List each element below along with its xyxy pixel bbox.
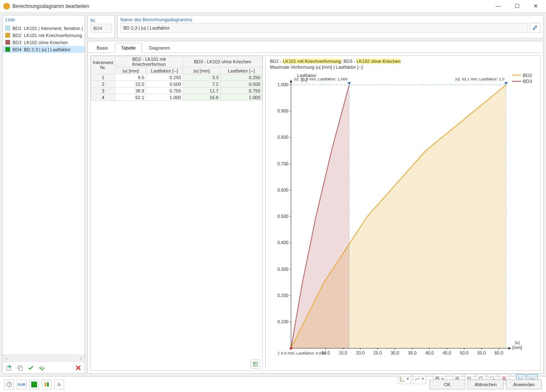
window-title: Berechnungsdiagramm bearbeiten xyxy=(12,3,489,9)
tab-body: Inkrement Nr. BD2 - LK101 mit Kriechverf… xyxy=(88,53,543,373)
svg-rect-5 xyxy=(253,362,257,366)
name-input[interactable]: BD 2,3 | |u| | Lastfaktor xyxy=(120,23,528,33)
svg-marker-7 xyxy=(291,85,349,348)
nr-value: BD4 xyxy=(90,24,112,33)
svg-rect-4 xyxy=(19,367,22,370)
table-row[interactable]: 338.90.75011.70.750 xyxy=(91,87,262,94)
check-button[interactable] xyxy=(26,363,35,372)
svg-rect-83 xyxy=(47,382,49,387)
svg-text:BD3: BD3 xyxy=(523,79,532,84)
right-pane: Nr. BD4 Name des Berechnungsdiagramms BD… xyxy=(87,15,544,374)
svg-text:60.0: 60.0 xyxy=(494,350,503,355)
list-item-id: BD1 xyxy=(12,26,21,31)
tab-tabelle[interactable]: Tabelle xyxy=(115,43,142,53)
list-item-id: BD3 xyxy=(12,40,21,45)
maximize-button[interactable]: ☐ xyxy=(508,0,526,12)
list-item[interactable]: BD4BD 2,3 | |u| | Lastfaktor xyxy=(3,46,85,53)
color-swatch-button[interactable] xyxy=(29,380,39,390)
cancel-button[interactable]: Abbrechen xyxy=(468,380,504,390)
svg-marker-57 xyxy=(347,82,351,85)
list-item[interactable]: BD2LK101 mit Kriechverformung xyxy=(3,32,85,39)
table-row[interactable]: 462.11.00016.81.000 xyxy=(91,94,262,101)
col-u-bd2[interactable]: |u| [mm] xyxy=(115,67,146,74)
data-table[interactable]: Inkrement Nr. BD2 - LK101 mit Kriechverf… xyxy=(91,56,262,101)
edit-name-button[interactable] xyxy=(530,23,541,33)
main-panel: Basis Tabelle Diagramm Inkrement Nr. BD2… xyxy=(87,41,544,374)
list-item-label: BD 2,3 | |u| | Lastfaktor xyxy=(24,47,70,52)
svg-text:BD2: BD2 xyxy=(523,73,532,78)
chart-title: BD2 - LK101 mit Kriechverformung, BD3 - … xyxy=(266,56,540,70)
svg-marker-58 xyxy=(504,82,508,85)
tab-diagramm[interactable]: Diagramm xyxy=(143,43,177,52)
svg-text:0.700: 0.700 xyxy=(277,161,288,166)
svg-text:30.0: 30.0 xyxy=(391,350,399,355)
col-lf-bd2[interactable]: Lastfaktor [--] xyxy=(146,67,183,74)
svg-text:50.0: 50.0 xyxy=(460,350,469,355)
list-item-label: LK101 | Inkrement, Iteration | xyxy=(24,26,82,31)
col-group-bd3[interactable]: BD3 - LK102 ohne Kriechen xyxy=(183,56,262,67)
delete-button[interactable] xyxy=(74,363,83,372)
help-button[interactable]: ? xyxy=(4,380,14,390)
svg-text:20.0: 20.0 xyxy=(356,350,365,355)
svg-text:|u|: |u| xyxy=(515,340,519,345)
color-swatch-icon xyxy=(5,33,10,37)
nr-label: Nr. xyxy=(90,17,112,24)
svg-rect-82 xyxy=(45,382,46,387)
nr-box: Nr. BD4 xyxy=(87,15,115,38)
svg-text:0.400: 0.400 xyxy=(277,240,288,245)
svg-text:0.800: 0.800 xyxy=(277,135,288,140)
close-button[interactable]: ✕ xyxy=(526,0,545,12)
table-row[interactable]: 19.50.2503.30.250 xyxy=(91,74,262,81)
footer: ? 0,00 fx OK Abbrechen Anwenden xyxy=(0,376,546,392)
col-increment[interactable]: Inkrement Nr. xyxy=(91,56,115,74)
svg-text:Lastfaktor: Lastfaktor xyxy=(297,73,317,78)
list-item-label: LK101 mit Kriechverformung xyxy=(24,33,82,38)
svg-text:45.0: 45.0 xyxy=(443,350,451,355)
svg-text:0.900: 0.900 xyxy=(277,108,288,113)
svg-text:?: ? xyxy=(8,382,10,387)
apply-button[interactable]: Anwenden xyxy=(506,380,542,390)
list-toolbar xyxy=(3,362,85,373)
chart-area[interactable]: 0.1000.2000.3000.4000.5000.6000.7000.800… xyxy=(269,72,537,370)
svg-text:0.600: 0.600 xyxy=(277,187,288,192)
minimize-button[interactable]: — xyxy=(489,0,508,12)
svg-text:|u|: 62.1 mm; Lastfaktor: 1.0: |u|: 62.1 mm; Lastfaktor: 1.0 xyxy=(455,77,504,81)
export-table-button[interactable] xyxy=(251,360,260,369)
svg-text:0.100: 0.100 xyxy=(277,319,288,324)
svg-text:|: 0.0 mm; Lastfaktor: 0.000: |: 0.0 mm; Lastfaktor: 0.000 xyxy=(278,351,326,355)
col-u-bd3[interactable]: |u| [mm] xyxy=(183,67,220,74)
list-item-id: BD4 xyxy=(12,47,21,52)
chart-subtitle: Maximale Verformung |u| [mm] | Lastfakto… xyxy=(270,65,363,70)
ok-button[interactable]: OK xyxy=(429,380,465,390)
col-lf-bd3[interactable]: Lastfaktor [--] xyxy=(220,67,262,74)
svg-text:[mm]: [mm] xyxy=(512,345,522,350)
units-button[interactable]: 0,00 xyxy=(17,380,27,390)
new-item-button[interactable] xyxy=(5,363,14,372)
svg-text:0.300: 0.300 xyxy=(277,267,288,272)
function-button[interactable]: fx xyxy=(54,380,64,390)
copy-item-button[interactable] xyxy=(15,363,25,372)
tab-basis[interactable]: Basis xyxy=(90,43,114,52)
list-panel: Liste BD1LK101 | Inkrement, Iteration |B… xyxy=(2,15,85,374)
list-scrollbar[interactable]: ‹ › xyxy=(3,355,85,362)
scroll-right-icon[interactable]: › xyxy=(77,355,85,362)
chart-svg[interactable]: 0.1000.2000.3000.4000.5000.6000.7000.800… xyxy=(269,72,537,370)
list-item[interactable]: BD3LK102 ohne Kriechen xyxy=(3,39,85,46)
list-header: Liste xyxy=(3,15,85,24)
col-group-bd2[interactable]: BD2 - LK101 mit Kriechverformun xyxy=(115,56,183,67)
name-label: Name des Berechnungsdiagramms xyxy=(120,16,541,23)
table-column: Inkrement Nr. BD2 - LK101 mit Kriechverf… xyxy=(90,55,263,371)
svg-text:40.0: 40.0 xyxy=(425,350,434,355)
list-item-label: LK102 ohne Kriechen xyxy=(24,40,68,45)
svg-text:35.0: 35.0 xyxy=(408,350,417,355)
list-item[interactable]: BD1LK101 | Inkrement, Iteration | xyxy=(3,25,85,32)
svg-rect-2 xyxy=(8,366,11,367)
check-all-button[interactable] xyxy=(37,363,46,372)
table-row[interactable]: 222.00.5007.20.500 xyxy=(91,81,262,87)
svg-marker-12 xyxy=(290,80,292,82)
list-body[interactable]: BD1LK101 | Inkrement, Iteration |BD2LK10… xyxy=(3,24,85,355)
scroll-left-icon[interactable]: ‹ xyxy=(3,355,10,362)
filter-button[interactable] xyxy=(42,380,52,390)
svg-text:55.0: 55.0 xyxy=(477,350,486,355)
titlebar: Berechnungsdiagramm bearbeiten — ☐ ✕ xyxy=(0,0,546,12)
